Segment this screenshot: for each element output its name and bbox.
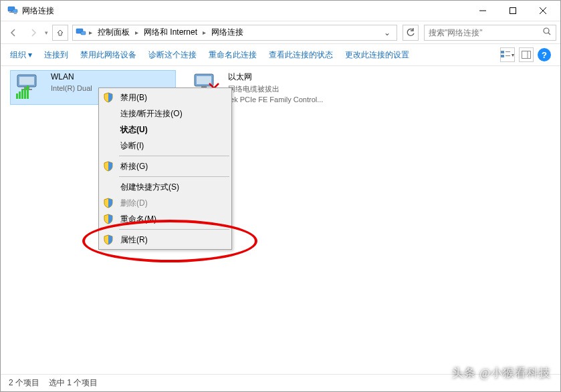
adapter-status: 网络电缆被拔出	[228, 84, 323, 94]
maximize-button[interactable]	[497, 1, 528, 20]
breadcrumb-item[interactable]: 控制面板	[95, 27, 132, 38]
navbar: ▾ ▸ 控制面板 ▸ 网络和 Internet ▸ 网络连接 ⌄	[1, 21, 560, 43]
shield-icon	[102, 91, 115, 104]
toolbar-settings[interactable]: 更改此连接的设置	[345, 49, 409, 61]
svg-rect-17	[522, 51, 531, 59]
toolbar-status[interactable]: 查看此连接的状态	[269, 49, 333, 61]
watermark: 头条 @小猴看科技	[452, 365, 551, 381]
up-button[interactable]	[52, 25, 68, 41]
selection-count: 选中 1 个项目	[49, 377, 98, 389]
shield-icon	[102, 233, 115, 246]
ctx-label: 连接/断开连接(O)	[120, 108, 226, 120]
preview-pane-button[interactable]	[519, 47, 534, 62]
svg-rect-20	[19, 77, 34, 85]
adapter-name: WLAN	[51, 72, 92, 81]
svg-rect-3	[13, 9, 17, 13]
svg-rect-14	[506, 51, 510, 52]
shield-icon	[102, 196, 115, 210]
ctx-delete[interactable]: 删除(D)	[100, 195, 230, 211]
svg-rect-23	[16, 93, 18, 99]
svg-rect-16	[506, 55, 510, 56]
breadcrumb-item[interactable]: 网络和 Internet	[141, 27, 200, 38]
svg-rect-26	[24, 87, 26, 99]
breadcrumb-icon	[76, 27, 86, 38]
ctx-rename[interactable]: 重命名(M)	[100, 211, 230, 227]
ctx-label: 禁用(B)	[120, 92, 226, 104]
ctx-connect[interactable]: 连接/断开连接(O)	[100, 106, 230, 122]
breadcrumb-item[interactable]: 网络连接	[209, 27, 246, 38]
ctx-shortcut[interactable]: 创建快捷方式(S)	[100, 179, 230, 195]
ctx-label: 创建快捷方式(S)	[120, 182, 226, 193]
help-button[interactable]: ?	[538, 48, 551, 61]
chevron-right-icon: ▸	[134, 29, 140, 36]
shield-icon	[102, 212, 115, 226]
search-input[interactable]	[429, 28, 542, 37]
ctx-disable[interactable]: 禁用(B)	[100, 89, 230, 106]
toolbar-connect[interactable]: 连接到	[44, 49, 68, 61]
ctx-label: 状态(U)	[120, 124, 226, 136]
svg-rect-10	[81, 31, 86, 35]
ctx-label: 属性(R)	[120, 234, 226, 246]
forward-button[interactable]	[25, 24, 42, 41]
toolbar-diagnose[interactable]: 诊断这个连接	[148, 49, 197, 61]
svg-rect-29	[197, 76, 211, 84]
refresh-button[interactable]	[403, 25, 419, 41]
ctx-label: 删除(D)	[120, 198, 226, 209]
search-box[interactable]	[424, 25, 556, 41]
adapter-name: 以太网	[228, 71, 323, 83]
ctx-properties[interactable]: 属性(R)	[100, 232, 230, 248]
ctx-diagnose[interactable]: 诊断(I)	[100, 138, 230, 154]
search-icon[interactable]	[542, 27, 552, 38]
svg-point-11	[544, 28, 549, 33]
svg-rect-2	[11, 11, 12, 12]
titlebar: 网络连接	[1, 1, 560, 21]
minimize-button[interactable]	[467, 1, 497, 20]
toolbar-rename[interactable]: 重命名此连接	[209, 49, 257, 61]
wlan-adapter-icon	[13, 73, 45, 100]
ctx-label: 诊断(I)	[120, 140, 226, 152]
breadcrumb[interactable]: ▸ 控制面板 ▸ 网络和 Internet ▸ 网络连接 ⌄	[72, 25, 397, 41]
chevron-right-icon: ▸	[201, 29, 207, 36]
svg-rect-27	[27, 85, 29, 99]
svg-rect-25	[21, 89, 23, 99]
context-menu: 禁用(B) 连接/断开连接(O) 状态(U) 诊断(I) 桥接(G) 创建快捷方…	[98, 87, 232, 250]
svg-rect-6	[510, 8, 516, 14]
window-title: 网络连接	[22, 5, 467, 17]
item-count: 2 个项目	[9, 377, 39, 389]
svg-rect-15	[501, 55, 504, 57]
back-button[interactable]	[5, 24, 22, 41]
breadcrumb-dropdown-icon[interactable]: ⌄	[380, 28, 394, 37]
toolbar-disable[interactable]: 禁用此网络设备	[80, 49, 136, 61]
separator	[119, 156, 229, 156]
content-area: WLAN Intel(R) Dual 以太网 网络电缆被拔出 tek PCIe …	[1, 66, 560, 374]
svg-rect-13	[501, 51, 504, 53]
app-icon	[7, 5, 18, 16]
close-button[interactable]	[528, 1, 558, 20]
adapter-driver: tek PCIe FE Family Control...	[228, 95, 323, 104]
ctx-status[interactable]: 状态(U)	[100, 122, 230, 138]
ctx-label: 桥接(G)	[120, 161, 226, 172]
view-options-button[interactable]: ▾	[500, 47, 515, 62]
organize-menu[interactable]: 组织 ▾	[10, 49, 32, 61]
svg-rect-24	[19, 91, 21, 99]
shield-icon	[102, 160, 115, 173]
svg-line-12	[548, 33, 550, 35]
adapter-driver: Intel(R) Dual	[51, 84, 92, 92]
history-dropdown-icon[interactable]: ▾	[45, 29, 48, 36]
toolbar: 组织 ▾ 连接到 禁用此网络设备 诊断这个连接 重命名此连接 查看此连接的状态 …	[1, 43, 560, 66]
separator	[119, 229, 229, 230]
ctx-bridge[interactable]: 桥接(G)	[100, 158, 230, 174]
ctx-label: 重命名(M)	[120, 214, 226, 225]
window-controls	[467, 1, 558, 20]
svg-rect-4	[14, 13, 17, 14]
chevron-right-icon: ▸	[88, 29, 94, 36]
separator	[119, 176, 229, 177]
